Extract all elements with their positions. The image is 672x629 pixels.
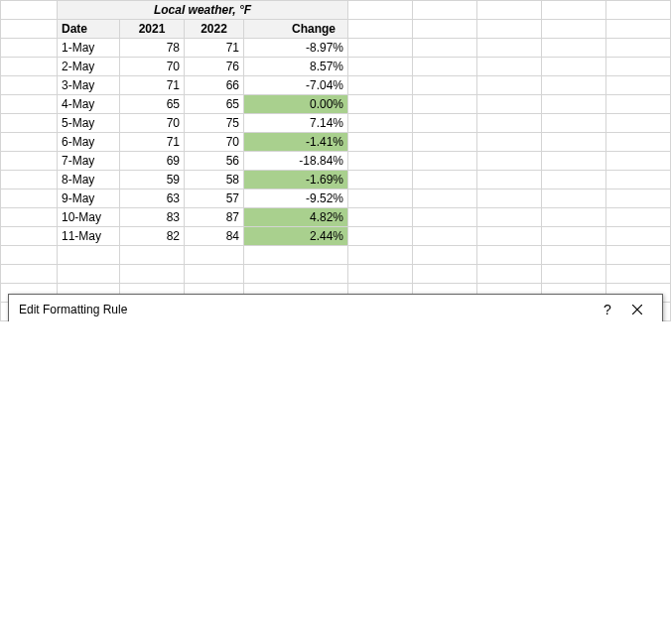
cell[interactable] xyxy=(542,39,606,58)
cell[interactable] xyxy=(606,133,671,152)
value-2022[interactable]: 66 xyxy=(185,76,244,95)
value-2022[interactable]: 71 xyxy=(185,39,244,58)
cell[interactable] xyxy=(606,58,671,76)
cell[interactable] xyxy=(348,1,413,20)
cell[interactable] xyxy=(1,39,58,58)
cell[interactable] xyxy=(606,114,671,133)
change-cell[interactable]: -8.97% xyxy=(244,39,348,58)
cell[interactable] xyxy=(542,114,606,133)
value-2021[interactable]: 71 xyxy=(120,76,185,95)
cell[interactable] xyxy=(413,76,477,95)
cell[interactable] xyxy=(606,208,671,227)
cell[interactable] xyxy=(606,171,671,189)
cell[interactable] xyxy=(348,152,413,171)
cell[interactable] xyxy=(413,208,477,227)
cell[interactable] xyxy=(542,20,606,39)
cell[interactable] xyxy=(413,133,477,152)
cell[interactable] xyxy=(477,208,542,227)
cell[interactable] xyxy=(244,265,348,284)
cell[interactable] xyxy=(413,171,477,189)
cell[interactable] xyxy=(542,1,606,20)
cell[interactable] xyxy=(477,114,542,133)
cell[interactable] xyxy=(1,208,58,227)
cell[interactable] xyxy=(348,95,413,114)
cell[interactable] xyxy=(477,171,542,189)
cell[interactable] xyxy=(606,246,671,265)
cell[interactable] xyxy=(413,189,477,208)
cell[interactable] xyxy=(542,246,606,265)
value-2022[interactable]: 84 xyxy=(185,227,244,246)
cell[interactable] xyxy=(477,265,542,284)
cell[interactable] xyxy=(185,246,244,265)
change-cell[interactable]: 7.14% xyxy=(244,114,348,133)
value-2021[interactable]: 70 xyxy=(120,114,185,133)
cell[interactable] xyxy=(58,246,120,265)
value-2022[interactable]: 76 xyxy=(185,58,244,76)
cell[interactable] xyxy=(1,20,58,39)
cell[interactable] xyxy=(1,76,58,95)
cell[interactable] xyxy=(413,58,477,76)
cell[interactable] xyxy=(477,246,542,265)
value-2022[interactable]: 70 xyxy=(185,133,244,152)
close-button[interactable] xyxy=(622,302,652,317)
value-2021[interactable]: 69 xyxy=(120,152,185,171)
cell[interactable] xyxy=(477,152,542,171)
cell[interactable] xyxy=(413,95,477,114)
cell[interactable] xyxy=(542,208,606,227)
change-cell[interactable]: -9.52% xyxy=(244,189,348,208)
cell[interactable] xyxy=(413,39,477,58)
cell[interactable] xyxy=(1,114,58,133)
cell[interactable] xyxy=(348,189,413,208)
cell[interactable] xyxy=(413,114,477,133)
date-cell[interactable]: 11-May xyxy=(58,227,120,246)
cell[interactable] xyxy=(413,20,477,39)
cell[interactable] xyxy=(606,1,671,20)
value-2022[interactable]: 56 xyxy=(185,152,244,171)
cell[interactable] xyxy=(606,39,671,58)
change-cell[interactable]: -18.84% xyxy=(244,152,348,171)
value-2021[interactable]: 70 xyxy=(120,58,185,76)
cell[interactable] xyxy=(606,189,671,208)
value-2022[interactable]: 57 xyxy=(185,189,244,208)
value-2022[interactable]: 87 xyxy=(185,208,244,227)
change-cell[interactable]: 0.00% xyxy=(244,95,348,114)
cell[interactable] xyxy=(606,227,671,246)
cell[interactable] xyxy=(348,114,413,133)
date-cell[interactable]: 9-May xyxy=(58,189,120,208)
cell[interactable] xyxy=(477,58,542,76)
value-2022[interactable]: 58 xyxy=(185,171,244,189)
date-cell[interactable]: 5-May xyxy=(58,114,120,133)
cell[interactable] xyxy=(120,246,185,265)
value-2021[interactable]: 71 xyxy=(120,133,185,152)
cell[interactable] xyxy=(477,227,542,246)
cell[interactable] xyxy=(1,152,58,171)
spreadsheet-grid[interactable]: Local weather, °FDate20212022Change1-May… xyxy=(0,0,671,321)
dialog-titlebar[interactable]: Edit Formatting Rule ? xyxy=(9,295,662,321)
cell[interactable] xyxy=(120,265,185,284)
cell[interactable] xyxy=(348,227,413,246)
cell[interactable] xyxy=(413,246,477,265)
cell[interactable] xyxy=(1,265,58,284)
cell[interactable] xyxy=(542,189,606,208)
cell[interactable] xyxy=(348,133,413,152)
cell[interactable] xyxy=(606,20,671,39)
cell[interactable] xyxy=(413,227,477,246)
cell[interactable] xyxy=(542,133,606,152)
cell[interactable] xyxy=(348,58,413,76)
cell[interactable] xyxy=(1,246,58,265)
cell[interactable] xyxy=(413,1,477,20)
cell[interactable] xyxy=(348,76,413,95)
value-2021[interactable]: 59 xyxy=(120,171,185,189)
value-2021[interactable]: 63 xyxy=(120,189,185,208)
cell[interactable] xyxy=(477,20,542,39)
cell[interactable] xyxy=(606,152,671,171)
cell[interactable] xyxy=(348,265,413,284)
date-cell[interactable]: 4-May xyxy=(58,95,120,114)
cell[interactable] xyxy=(477,133,542,152)
cell[interactable] xyxy=(542,171,606,189)
cell[interactable] xyxy=(1,189,58,208)
date-cell[interactable]: 2-May xyxy=(58,58,120,76)
cell[interactable] xyxy=(542,152,606,171)
value-2022[interactable]: 75 xyxy=(185,114,244,133)
cell[interactable] xyxy=(244,246,348,265)
